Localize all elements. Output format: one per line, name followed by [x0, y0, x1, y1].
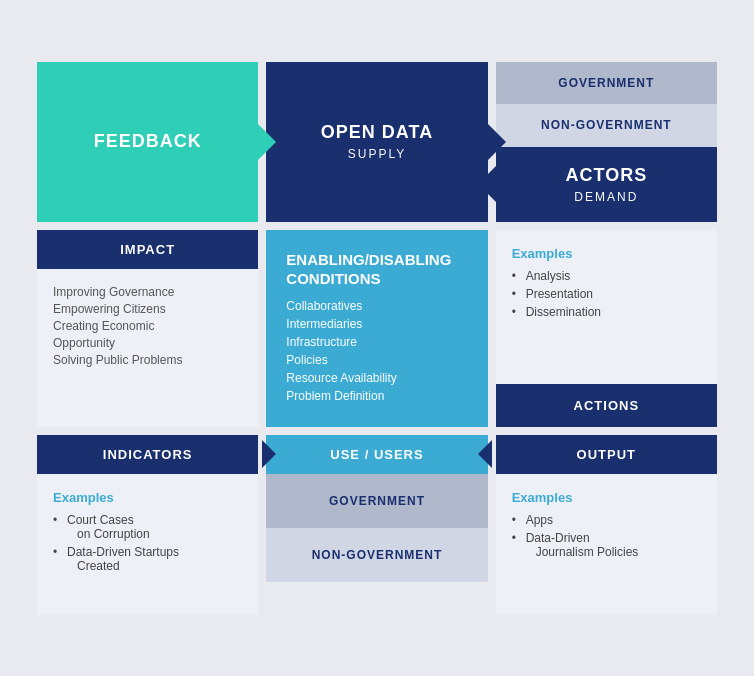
indicators-cell: INDICATORS Examples Court Cases on Corru… [37, 435, 258, 615]
actions-bullet-2: Presentation [512, 287, 701, 301]
use-header: USE / USERS [266, 435, 487, 474]
open-data-cell: OPEN DATA SUPPLY [266, 62, 487, 222]
open-data-sub: SUPPLY [321, 147, 433, 161]
enabling-item-4: Policies [286, 353, 467, 367]
impact-header: IMPACT [37, 230, 258, 269]
actions-bullet-3: Dissemination [512, 305, 701, 319]
indicators-bullet-2: Data-Driven Startups Created [53, 545, 242, 573]
output-examples-title: Examples [512, 490, 701, 505]
impact-body: Improving Governance Empowering Citizens… [37, 269, 258, 386]
indicators-examples-title: Examples [53, 490, 242, 505]
use-nongov: NON-GOVERNMENT [266, 528, 487, 582]
actors-demand-sub: DEMAND [504, 190, 709, 204]
impact-item-1: Improving Governance [53, 285, 242, 299]
impact-item-2: Empowering Citizens [53, 302, 242, 316]
impact-item-5: Solving Public Problems [53, 353, 242, 367]
actions-banner: ACTIONS [496, 384, 717, 427]
indicators-bullet-1: Court Cases on Corruption [53, 513, 242, 541]
output-header: OUTPUT [496, 435, 717, 474]
feedback-cell: FEEDBACK [37, 62, 258, 222]
enabling-item-1: Collaboratives [286, 299, 467, 313]
enabling-item-2: Intermediaries [286, 317, 467, 331]
feedback-label: FEEDBACK [94, 131, 202, 152]
indicators-header: INDICATORS [37, 435, 258, 474]
actions-examples-title: Examples [512, 246, 701, 261]
actors-nongov: NON-GOVERNMENT [496, 104, 717, 147]
impact-cell: IMPACT Improving Governance Empowering C… [37, 230, 258, 427]
actors-demand-label: ACTORS [504, 165, 709, 186]
open-data-content: OPEN DATA SUPPLY [321, 122, 433, 161]
open-data-label: OPEN DATA [321, 122, 433, 143]
output-bullet-2: Data-Driven Journalism Policies [512, 531, 701, 559]
actors-cell: GOVERNMENT NON-GOVERNMENT ACTORS DEMAND [496, 62, 717, 222]
actors-gov: GOVERNMENT [496, 62, 717, 105]
actions-examples: Examples Analysis Presentation Dissemina… [496, 230, 717, 384]
diagram: FEEDBACK OPEN DATA SUPPLY GOVERNMENT NON… [17, 42, 737, 635]
output-cell: OUTPUT Examples Apps Data-Driven Journal… [496, 435, 717, 615]
enabling-cell: ENABLING/DISABLING CONDITIONS Collaborat… [266, 230, 487, 427]
indicators-body: Examples Court Cases on Corruption Data-… [37, 474, 258, 593]
output-body: Examples Apps Data-Driven Journalism Pol… [496, 474, 717, 579]
actions-bullet-1: Analysis [512, 269, 701, 283]
impact-item-4: Opportunity [53, 336, 242, 350]
output-bullet-1: Apps [512, 513, 701, 527]
enabling-item-5: Resource Availability [286, 371, 467, 385]
enabling-title: ENABLING/DISABLING CONDITIONS [286, 250, 467, 289]
use-cell: USE / USERS GOVERNMENT NON-GOVERNMENT [266, 435, 487, 615]
actors-demand: ACTORS DEMAND [496, 147, 717, 222]
use-gov: GOVERNMENT [266, 474, 487, 528]
actions-cell: Examples Analysis Presentation Dissemina… [496, 230, 717, 427]
grid: FEEDBACK OPEN DATA SUPPLY GOVERNMENT NON… [37, 62, 717, 615]
enabling-item-3: Infrastructure [286, 335, 467, 349]
enabling-item-6: Problem Definition [286, 389, 467, 403]
impact-item-3: Creating Economic [53, 319, 242, 333]
